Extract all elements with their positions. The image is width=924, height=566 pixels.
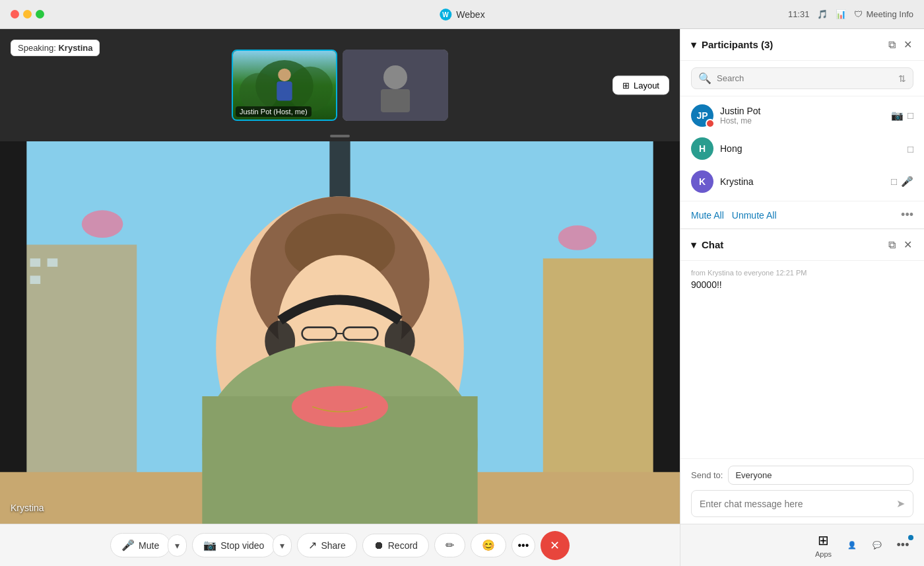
participants-title-text: Participants (3) xyxy=(702,39,773,50)
thumbnail-person2[interactable] xyxy=(343,50,448,121)
close-window-button[interactable] xyxy=(11,10,19,18)
search-input[interactable] xyxy=(717,73,893,83)
avatar-justin: JP xyxy=(691,104,713,127)
share-label: Share xyxy=(321,540,345,551)
app-title: Webex xyxy=(456,9,484,20)
send-icon[interactable]: ➤ xyxy=(896,497,905,510)
stats-icon: 📊 xyxy=(836,9,846,19)
nav-more-button[interactable]: ••• xyxy=(892,535,913,556)
camera-icon: 📷 xyxy=(203,539,216,551)
send-to-row: Send to: Everyone Host only xyxy=(691,466,913,485)
annotate-button[interactable]: ✏ xyxy=(434,533,465,557)
svg-point-23 xyxy=(558,225,597,250)
close-chat-button[interactable]: ✕ xyxy=(902,237,913,252)
layout-button[interactable]: ⊞ Layout xyxy=(612,76,669,95)
pop-out-chat-button[interactable]: ⧉ xyxy=(887,237,897,252)
record-label: Record xyxy=(388,540,418,551)
chat-bubble-icon: 💬 xyxy=(873,541,882,549)
participant-item-krystina: K Krystina □ 🎤 xyxy=(680,165,924,198)
toolbar: 🎤 Mute ▾ 📷 Stop video ▾ ↗ Share ⏺ Record… xyxy=(0,524,680,566)
webex-logo-icon: W xyxy=(439,8,452,21)
participants-more-button[interactable]: ••• xyxy=(901,208,913,222)
chat-input-box: ➤ xyxy=(691,490,913,517)
scroll-indicator xyxy=(330,135,350,137)
mute-dropdown[interactable]: ▾ xyxy=(168,534,187,557)
thumbnail-justin[interactable]: Justin Pot (Host, me) xyxy=(232,50,337,121)
layout-label: Layout xyxy=(634,81,659,90)
chat-nav-button[interactable]: 💬 xyxy=(867,538,887,552)
muted-badge-justin xyxy=(706,119,715,128)
participants-actions: ⧉ ✕ xyxy=(887,37,913,52)
emoji-button[interactable]: 😊 xyxy=(471,533,506,557)
more-options-button[interactable]: ••• xyxy=(512,534,535,557)
participant-info-justin: Justin Pot Host, me xyxy=(720,106,884,125)
music-icon: 🎵 xyxy=(817,9,828,19)
participant-info-krystina: Krystina xyxy=(720,176,884,187)
participants-nav-button[interactable]: 👤 xyxy=(842,538,862,552)
screen-share-icon-hong: □ xyxy=(908,143,913,155)
share-button[interactable]: ↗ Share xyxy=(297,533,356,557)
meeting-info-button[interactable]: 🛡 Meeting Info xyxy=(854,9,913,19)
participants-header: ▾ Participants (3) ⧉ ✕ xyxy=(680,29,924,61)
participant-icons-hong: □ xyxy=(908,143,913,155)
avatar-initials-justin: JP xyxy=(696,110,708,121)
unmute-all-button[interactable]: Unmute All xyxy=(732,210,777,221)
apps-grid-icon: ⊞ xyxy=(818,532,829,548)
apps-nav-button[interactable]: ⊞ Apps xyxy=(810,530,837,561)
emoji-icon: 😊 xyxy=(482,539,495,551)
apps-nav-label: Apps xyxy=(815,550,832,558)
search-icon: 🔍 xyxy=(698,72,711,85)
svg-rect-20 xyxy=(653,141,680,524)
chat-msg-text: 90000!! xyxy=(691,279,913,290)
chevron-down-icon: ▾ xyxy=(691,39,696,51)
participant-item-hong: H Hong □ xyxy=(680,132,924,165)
mute-all-button[interactable]: Mute All xyxy=(691,210,724,221)
speaking-label: Speaking: Krystina xyxy=(11,40,100,56)
stop-video-label: Stop video xyxy=(220,540,264,551)
svg-point-36 xyxy=(292,386,388,427)
video-dropdown[interactable]: ▾ xyxy=(273,534,292,557)
right-panel: ▾ Participants (3) ⧉ ✕ 🔍 ⇅ xyxy=(680,29,924,566)
svg-text:W: W xyxy=(442,11,449,18)
titlebar-right: 11:31 🎵 📊 🛡 Meeting Info xyxy=(788,9,913,19)
avatar-initials-hong: H xyxy=(699,143,706,154)
record-button[interactable]: ⏺ Record xyxy=(362,534,429,557)
clock: 11:31 xyxy=(788,9,810,19)
end-call-button[interactable]: ✕ xyxy=(541,531,570,560)
participant-name-hong: Hong xyxy=(720,143,901,154)
mute-button[interactable]: 🎤 Mute xyxy=(110,533,170,557)
share-icon: ↗ xyxy=(308,539,317,551)
avatar-krystina: K xyxy=(691,170,713,193)
minimize-window-button[interactable] xyxy=(23,10,32,18)
pencil-icon: ✏ xyxy=(446,539,454,551)
thumbnail-strip: Speaking: Krystina xyxy=(0,29,680,141)
people-icon: 👤 xyxy=(847,541,857,549)
speaking-name: Krystina xyxy=(58,43,92,53)
main-video: Krystina xyxy=(0,141,680,524)
svg-rect-16 xyxy=(48,258,58,267)
pop-out-button[interactable]: ⧉ xyxy=(887,37,897,52)
svg-rect-19 xyxy=(0,141,26,524)
chat-header: ▾ Chat ⧉ ✕ xyxy=(680,229,924,261)
participants-footer: Mute All Unmute All ••• xyxy=(680,201,924,229)
mute-label: Mute xyxy=(139,540,159,551)
screen-share-icon-justin: □ xyxy=(908,110,913,122)
mic-icon: 🎤 xyxy=(121,539,135,551)
maximize-window-button[interactable] xyxy=(36,10,44,18)
chat-title-text: Chat xyxy=(702,239,723,250)
participant-list: JP Justin Pot Host, me 📷 □ H xyxy=(680,96,924,201)
video-icon-justin: 📷 xyxy=(891,110,904,122)
send-to-select[interactable]: Everyone Host only xyxy=(728,466,913,485)
svg-rect-15 xyxy=(30,258,41,267)
screen-share-icon-krystina: □ xyxy=(891,176,897,188)
participant-role-justin: Host, me xyxy=(720,116,884,125)
svg-point-22 xyxy=(82,210,123,238)
chat-input-area: Send to: Everyone Host only ➤ xyxy=(680,458,924,524)
end-icon: ✕ xyxy=(550,538,560,553)
close-participants-button[interactable]: ✕ xyxy=(902,37,913,52)
send-to-label: Send to: xyxy=(691,470,723,480)
participants-title: ▾ Participants (3) xyxy=(691,39,773,51)
participant-icons-justin: 📷 □ xyxy=(891,110,913,122)
stop-video-button[interactable]: 📷 Stop video xyxy=(192,533,275,557)
chat-input[interactable] xyxy=(700,499,891,509)
